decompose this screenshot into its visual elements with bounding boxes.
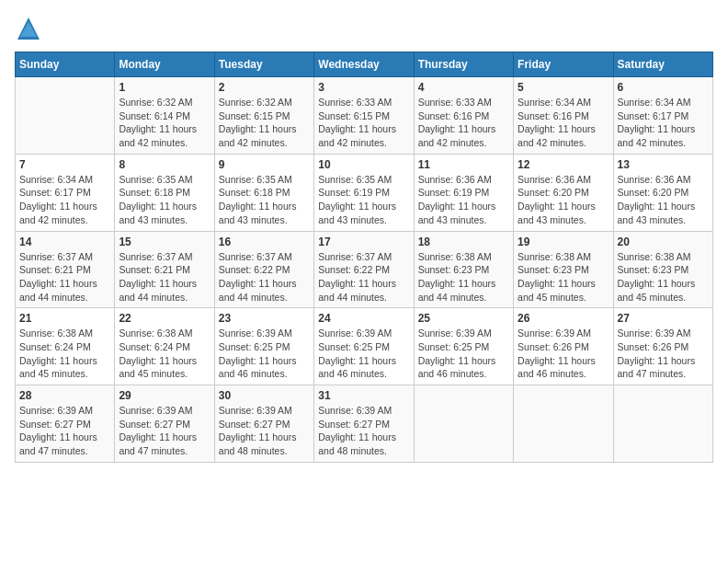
- calendar-week-row: 1Sunrise: 6:32 AMSunset: 6:14 PMDaylight…: [16, 77, 713, 155]
- day-number: 6: [618, 81, 709, 94]
- day-number: 15: [119, 236, 210, 248]
- day-info: Sunrise: 6:32 AMSunset: 6:15 PMDaylight:…: [219, 96, 310, 150]
- logo: [15, 15, 46, 42]
- day-info: Sunrise: 6:36 AMSunset: 6:20 PMDaylight:…: [618, 173, 709, 227]
- day-number: 3: [318, 81, 409, 94]
- day-info: Sunrise: 6:35 AMSunset: 6:18 PMDaylight:…: [219, 173, 310, 227]
- calendar-week-row: 7Sunrise: 6:34 AMSunset: 6:17 PMDaylight…: [16, 154, 713, 231]
- calendar-cell: 11Sunrise: 6:36 AMSunset: 6:19 PMDayligh…: [414, 154, 513, 231]
- weekday-header: Monday: [115, 52, 214, 77]
- calendar-cell: 7Sunrise: 6:34 AMSunset: 6:17 PMDaylight…: [16, 154, 115, 231]
- calendar-cell: 23Sunrise: 6:39 AMSunset: 6:25 PMDayligh…: [214, 308, 313, 385]
- calendar-cell: 24Sunrise: 6:39 AMSunset: 6:25 PMDayligh…: [314, 308, 414, 385]
- day-number: 9: [219, 158, 310, 171]
- day-number: 20: [618, 236, 709, 248]
- day-number: 19: [518, 236, 609, 248]
- day-info: Sunrise: 6:34 AMSunset: 6:16 PMDaylight:…: [518, 96, 609, 150]
- day-info: Sunrise: 6:39 AMSunset: 6:25 PMDaylight:…: [318, 327, 409, 381]
- day-number: 2: [219, 81, 310, 94]
- calendar-cell: [613, 385, 712, 463]
- calendar-cell: 20Sunrise: 6:38 AMSunset: 6:23 PMDayligh…: [613, 231, 712, 308]
- day-info: Sunrise: 6:35 AMSunset: 6:18 PMDaylight:…: [119, 173, 210, 227]
- weekday-header: Saturday: [613, 52, 712, 77]
- day-number: 1: [119, 81, 210, 94]
- calendar-week-row: 28Sunrise: 6:39 AMSunset: 6:27 PMDayligh…: [16, 385, 713, 463]
- calendar-cell: 28Sunrise: 6:39 AMSunset: 6:27 PMDayligh…: [16, 385, 115, 463]
- day-info: Sunrise: 6:37 AMSunset: 6:22 PMDaylight:…: [318, 250, 409, 304]
- day-info: Sunrise: 6:39 AMSunset: 6:25 PMDaylight:…: [219, 327, 310, 381]
- day-number: 8: [119, 158, 210, 171]
- calendar-cell: 21Sunrise: 6:38 AMSunset: 6:24 PMDayligh…: [16, 308, 115, 385]
- day-info: Sunrise: 6:39 AMSunset: 6:25 PMDaylight:…: [418, 327, 509, 381]
- day-number: 27: [618, 312, 709, 325]
- day-number: 14: [19, 236, 110, 248]
- calendar-header-row: SundayMondayTuesdayWednesdayThursdayFrid…: [16, 52, 713, 77]
- day-number: 22: [119, 312, 210, 325]
- calendar-cell: 2Sunrise: 6:32 AMSunset: 6:15 PMDaylight…: [214, 77, 313, 155]
- day-number: 16: [219, 236, 310, 248]
- day-number: 5: [518, 81, 609, 94]
- day-number: 11: [418, 158, 509, 171]
- day-number: 26: [518, 312, 609, 325]
- day-number: 30: [219, 389, 310, 402]
- day-number: 12: [518, 158, 609, 171]
- day-number: 28: [19, 389, 110, 402]
- day-info: Sunrise: 6:36 AMSunset: 6:20 PMDaylight:…: [518, 173, 609, 227]
- calendar-cell: 31Sunrise: 6:39 AMSunset: 6:27 PMDayligh…: [314, 385, 414, 463]
- weekday-header: Wednesday: [314, 52, 414, 77]
- calendar-cell: 25Sunrise: 6:39 AMSunset: 6:25 PMDayligh…: [414, 308, 513, 385]
- day-info: Sunrise: 6:32 AMSunset: 6:14 PMDaylight:…: [119, 96, 210, 150]
- calendar-cell: 16Sunrise: 6:37 AMSunset: 6:22 PMDayligh…: [214, 231, 313, 308]
- day-info: Sunrise: 6:39 AMSunset: 6:26 PMDaylight:…: [518, 327, 609, 381]
- day-number: 18: [418, 236, 509, 248]
- calendar-table: SundayMondayTuesdayWednesdayThursdayFrid…: [15, 52, 713, 463]
- day-number: 7: [19, 158, 110, 171]
- day-info: Sunrise: 6:37 AMSunset: 6:21 PMDaylight:…: [119, 250, 210, 304]
- day-number: 13: [618, 158, 709, 171]
- day-number: 25: [418, 312, 509, 325]
- weekday-header: Sunday: [16, 52, 115, 77]
- calendar-cell: 6Sunrise: 6:34 AMSunset: 6:17 PMDaylight…: [613, 77, 712, 155]
- day-info: Sunrise: 6:34 AMSunset: 6:17 PMDaylight:…: [618, 96, 709, 150]
- calendar-cell: [414, 385, 513, 463]
- calendar-cell: 22Sunrise: 6:38 AMSunset: 6:24 PMDayligh…: [115, 308, 214, 385]
- day-info: Sunrise: 6:38 AMSunset: 6:23 PMDaylight:…: [618, 250, 709, 304]
- day-number: 29: [119, 389, 210, 402]
- day-info: Sunrise: 6:39 AMSunset: 6:26 PMDaylight:…: [618, 327, 709, 381]
- day-number: 31: [318, 389, 409, 402]
- calendar-week-row: 21Sunrise: 6:38 AMSunset: 6:24 PMDayligh…: [16, 308, 713, 385]
- day-info: Sunrise: 6:39 AMSunset: 6:27 PMDaylight:…: [318, 404, 409, 458]
- day-info: Sunrise: 6:39 AMSunset: 6:27 PMDaylight:…: [119, 404, 210, 458]
- calendar-cell: 8Sunrise: 6:35 AMSunset: 6:18 PMDaylight…: [115, 154, 214, 231]
- weekday-header: Friday: [514, 52, 613, 77]
- calendar-cell: 30Sunrise: 6:39 AMSunset: 6:27 PMDayligh…: [214, 385, 313, 463]
- calendar-cell: 26Sunrise: 6:39 AMSunset: 6:26 PMDayligh…: [514, 308, 613, 385]
- calendar-cell: 17Sunrise: 6:37 AMSunset: 6:22 PMDayligh…: [314, 231, 414, 308]
- day-number: 10: [318, 158, 409, 171]
- calendar-cell: 12Sunrise: 6:36 AMSunset: 6:20 PMDayligh…: [514, 154, 613, 231]
- weekday-header: Tuesday: [214, 52, 313, 77]
- day-number: 4: [418, 81, 509, 94]
- day-info: Sunrise: 6:37 AMSunset: 6:21 PMDaylight:…: [19, 250, 110, 304]
- day-info: Sunrise: 6:39 AMSunset: 6:27 PMDaylight:…: [19, 404, 110, 458]
- day-info: Sunrise: 6:37 AMSunset: 6:22 PMDaylight:…: [219, 250, 310, 304]
- day-info: Sunrise: 6:33 AMSunset: 6:16 PMDaylight:…: [418, 96, 509, 150]
- calendar-cell: 9Sunrise: 6:35 AMSunset: 6:18 PMDaylight…: [214, 154, 313, 231]
- day-info: Sunrise: 6:38 AMSunset: 6:23 PMDaylight:…: [518, 250, 609, 304]
- calendar-cell: 10Sunrise: 6:35 AMSunset: 6:19 PMDayligh…: [314, 154, 414, 231]
- calendar-week-row: 14Sunrise: 6:37 AMSunset: 6:21 PMDayligh…: [16, 231, 713, 308]
- calendar-cell: 3Sunrise: 6:33 AMSunset: 6:15 PMDaylight…: [314, 77, 414, 155]
- day-number: 24: [318, 312, 409, 325]
- calendar-cell: 15Sunrise: 6:37 AMSunset: 6:21 PMDayligh…: [115, 231, 214, 308]
- calendar-cell: 14Sunrise: 6:37 AMSunset: 6:21 PMDayligh…: [16, 231, 115, 308]
- calendar-cell: 27Sunrise: 6:39 AMSunset: 6:26 PMDayligh…: [613, 308, 712, 385]
- day-info: Sunrise: 6:35 AMSunset: 6:19 PMDaylight:…: [318, 173, 409, 227]
- page-header: [15, 15, 713, 42]
- calendar-cell: 1Sunrise: 6:32 AMSunset: 6:14 PMDaylight…: [115, 77, 214, 155]
- calendar-cell: 5Sunrise: 6:34 AMSunset: 6:16 PMDaylight…: [514, 77, 613, 155]
- day-number: 23: [219, 312, 310, 325]
- logo-icon: [15, 15, 42, 42]
- calendar-cell: [16, 77, 115, 155]
- calendar-cell: 18Sunrise: 6:38 AMSunset: 6:23 PMDayligh…: [414, 231, 513, 308]
- calendar-cell: 13Sunrise: 6:36 AMSunset: 6:20 PMDayligh…: [613, 154, 712, 231]
